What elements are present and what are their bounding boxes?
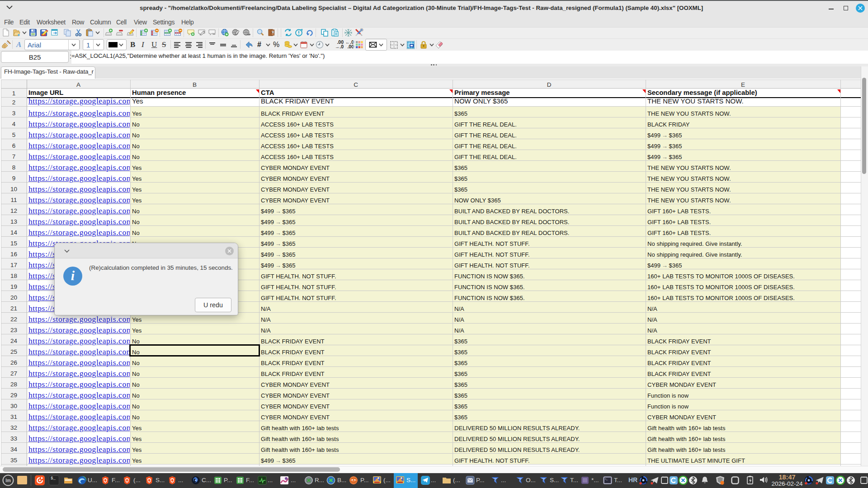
svg-text:>_: >_ — [605, 478, 608, 480]
svg-text:lm: lm — [5, 478, 11, 483]
